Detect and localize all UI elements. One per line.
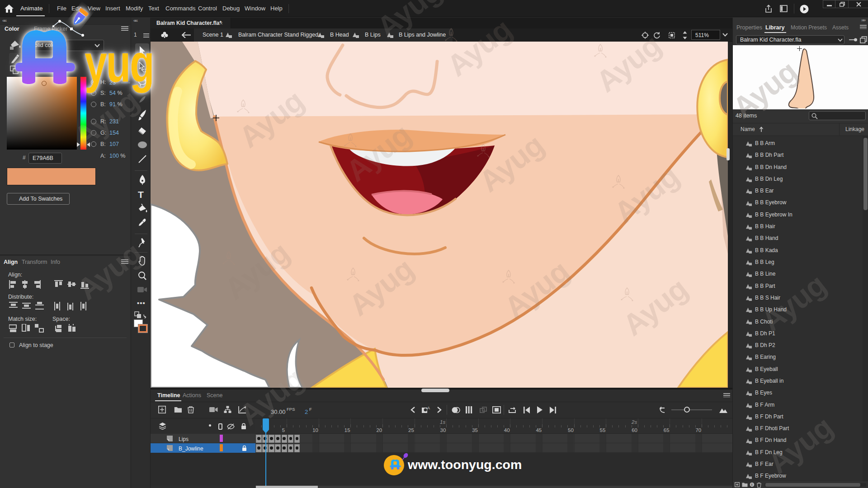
svg-text:A: A (427, 406, 430, 410)
svg-text:yug: yug (85, 33, 154, 93)
svg-text:www.toonyug.com: www.toonyug.com (407, 457, 522, 472)
